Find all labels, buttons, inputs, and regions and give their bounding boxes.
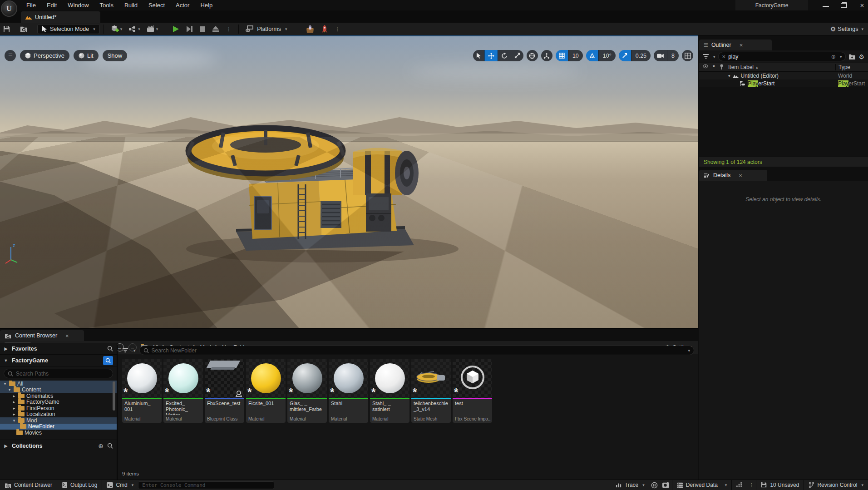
- stop-button[interactable]: [196, 26, 209, 32]
- camera-speed-button[interactable]: [654, 50, 667, 61]
- level-tab[interactable]: Untitled*: [21, 11, 100, 23]
- trace-snapshot-button[interactable]: [660, 480, 672, 490]
- asset-search-input[interactable]: [152, 347, 684, 354]
- asset-tile-teilchenbeschleuniger[interactable]: * teilchenbeschle_3_v14 Static Mesh: [411, 359, 451, 423]
- menu-window[interactable]: Window: [62, 0, 94, 10]
- menu-file[interactable]: File: [21, 0, 41, 10]
- outliner-search-box[interactable]: × ⊕ ▾: [718, 52, 846, 61]
- blueprints-button[interactable]: ▾: [125, 24, 143, 35]
- content-browser-tab[interactable]: Content Browser ×: [0, 330, 84, 341]
- menu-help[interactable]: Help: [195, 0, 218, 10]
- derived-data-dropdown[interactable]: Derived Data ▾: [672, 480, 732, 490]
- scale-snap-toggle[interactable]: [619, 50, 631, 61]
- unreal-logo-icon[interactable]: U: [1, 0, 17, 17]
- select-tool-button[interactable]: [473, 50, 484, 61]
- tree-item-cinematics[interactable]: ▸Cinematics: [0, 393, 117, 399]
- favorites-section[interactable]: ▶ Favorites: [0, 343, 117, 355]
- chevron-down-icon[interactable]: ▾: [713, 54, 715, 59]
- restore-button[interactable]: [841, 3, 847, 8]
- skip-frame-button[interactable]: [183, 26, 196, 32]
- camera-speed-value[interactable]: 8: [667, 50, 679, 61]
- content-drawer-button[interactable]: Content Drawer: [0, 480, 57, 490]
- rotation-snap-toggle[interactable]: [586, 50, 598, 61]
- asset-tile-fbxscene-test[interactable]: * FbxScene_test Blueprint Class: [205, 359, 244, 423]
- collections-section[interactable]: ▶ Collections ⊕: [0, 440, 117, 451]
- menu-select[interactable]: Select: [143, 0, 170, 10]
- selection-mode-dropdown[interactable]: Selection Mode ▾: [37, 24, 100, 34]
- close-icon[interactable]: ×: [740, 42, 743, 49]
- menu-tools[interactable]: Tools: [94, 0, 119, 10]
- tree-item-localization[interactable]: ▸Localization: [0, 411, 117, 418]
- menu-build[interactable]: Build: [119, 0, 143, 10]
- grid-snap-toggle[interactable]: [556, 50, 568, 61]
- asset-tile-excited-photonic[interactable]: * Excited_Photonic_Matter Material: [163, 359, 203, 423]
- outliner-row-playerstart[interactable]: PlayerStart PlayerStart: [699, 79, 868, 87]
- move-tool-button[interactable]: [484, 50, 498, 61]
- grid-snap-value[interactable]: 10: [568, 50, 583, 61]
- unsaved-button[interactable]: * 10 Unsaved: [756, 480, 804, 490]
- close-icon[interactable]: ×: [65, 332, 69, 339]
- platforms-dropdown[interactable]: Platforms ▾: [242, 24, 290, 35]
- outliner-settings-icon[interactable]: ⚙: [858, 53, 864, 60]
- details-tab[interactable]: Details ×: [699, 170, 767, 181]
- outliner-tab[interactable]: ☰ Outliner ×: [699, 40, 772, 50]
- tree-item-factorygame[interactable]: ▸FactoryGame: [0, 399, 117, 406]
- scale-snap-value[interactable]: 0.25: [631, 50, 651, 61]
- asset-tile-glas[interactable]: * Glas_-_mittlere_Farbe Material: [287, 359, 327, 423]
- expander-icon[interactable]: ▾: [728, 74, 730, 78]
- tree-item-content[interactable]: ▾Content: [0, 387, 117, 393]
- insights-grid-button[interactable]: [732, 480, 747, 490]
- visibility-column-icon[interactable]: [703, 64, 708, 69]
- tree-item-mod[interactable]: ▾Mod: [0, 417, 117, 424]
- filter-icon[interactable]: [122, 348, 128, 353]
- scale-tool-button[interactable]: [511, 50, 523, 61]
- console-command-input[interactable]: [138, 481, 274, 489]
- quad-view-toggle[interactable]: [682, 50, 693, 61]
- world-space-toggle[interactable]: [527, 50, 538, 61]
- asset-tile-stahl[interactable]: * Stahl Material: [329, 359, 368, 423]
- chevron-down-icon[interactable]: ▾: [133, 348, 136, 353]
- toolbar-kebab[interactable]: ⋮: [331, 24, 344, 35]
- asset-search-box[interactable]: ▾: [139, 346, 694, 355]
- viewport-menu-button[interactable]: ☰: [5, 50, 16, 61]
- cinematics-button[interactable]: ▾: [143, 24, 162, 35]
- trace-dropdown[interactable]: Trace ▾: [611, 480, 649, 490]
- editor-settings-dropdown[interactable]: ⚙ Settings ▾: [830, 23, 863, 35]
- filter-icon[interactable]: [703, 54, 709, 59]
- minimize-button[interactable]: [823, 4, 829, 7]
- outliner-empty-area[interactable]: [699, 87, 868, 157]
- search-icon[interactable]: [107, 443, 113, 449]
- cmd-dropdown[interactable]: Cmd ▾: [102, 480, 138, 490]
- search-paths-box[interactable]: [4, 369, 113, 378]
- new-folder-icon[interactable]: [848, 54, 856, 59]
- plus-circle-icon[interactable]: ⊕: [831, 54, 836, 60]
- pin-column-icon[interactable]: [720, 64, 724, 69]
- rotation-snap-value[interactable]: 10°: [598, 50, 616, 61]
- chevron-down-icon[interactable]: ▾: [688, 348, 690, 353]
- outliner-search-input[interactable]: [728, 54, 829, 60]
- status-kebab[interactable]: ⋮: [747, 480, 756, 490]
- asset-tile-test[interactable]: * test Fbx Scene Impo...: [453, 359, 492, 423]
- tree-item-movies[interactable]: Movies: [0, 430, 117, 436]
- add-actor-button[interactable]: ▾: [108, 24, 126, 35]
- menu-actor[interactable]: Actor: [170, 0, 195, 10]
- path-search-toggle[interactable]: [103, 356, 113, 365]
- menu-edit[interactable]: Edit: [41, 0, 62, 10]
- add-collection-icon[interactable]: ⊕: [98, 442, 104, 450]
- snap-settings-button[interactable]: [541, 50, 552, 61]
- alpakit-plugin-button[interactable]: [302, 24, 318, 35]
- asset-tile-stahl-satiniert[interactable]: * Stahl_-_satiniert Material: [370, 359, 409, 423]
- revision-control-dropdown[interactable]: Revision Control ▾: [804, 480, 868, 490]
- tree-scrollbar[interactable]: [113, 381, 115, 411]
- search-icon[interactable]: [107, 346, 113, 351]
- level-viewport[interactable]: ☰ Perspective Lit Show: [0, 35, 698, 328]
- browse-content-button[interactable]: [17, 24, 31, 35]
- close-button[interactable]: ×: [859, 2, 865, 9]
- show-dropdown[interactable]: Show: [103, 50, 128, 61]
- project-section[interactable]: ▼ FactoryGame: [0, 355, 117, 366]
- launch-rocket-button[interactable]: [318, 24, 331, 35]
- tree-item-newfolder[interactable]: NewFolder: [0, 424, 117, 430]
- close-icon[interactable]: ×: [739, 172, 742, 179]
- rotate-tool-button[interactable]: [498, 50, 511, 61]
- chevron-down-icon[interactable]: ▾: [840, 54, 842, 59]
